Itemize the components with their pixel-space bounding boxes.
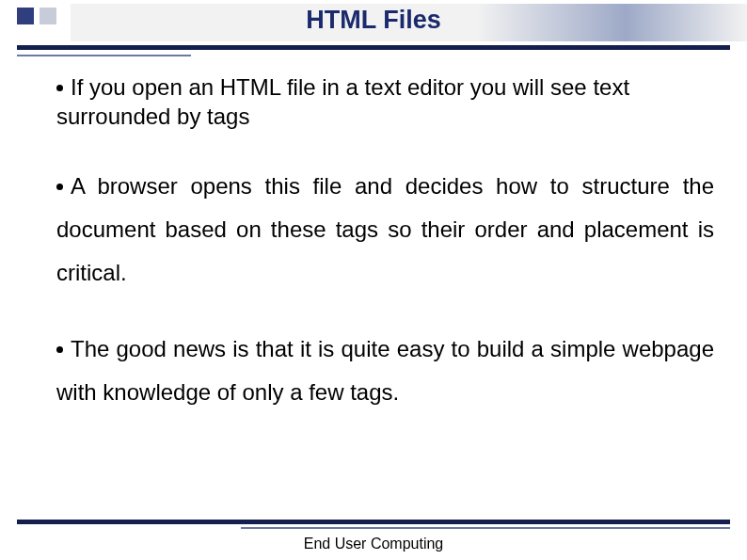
bullet-item-2: A browser opens this file and decides ho… [56, 165, 714, 294]
bullet-text: If you open an HTML file in a text edito… [56, 74, 629, 129]
content-area: If you open an HTML file in a text edito… [56, 73, 714, 447]
header-thin-divider [17, 55, 191, 56]
bullet-dot-icon [56, 85, 63, 91]
header-thick-divider [17, 45, 730, 50]
bullet-dot-icon [56, 346, 63, 353]
footer-thick-divider [17, 520, 730, 524]
footer-text: End User Computing [0, 536, 747, 552]
bullet-text: A browser opens this file and decides ho… [56, 173, 714, 284]
bullet-dot-icon [56, 184, 63, 190]
bullet-item-3: The good news is that it is quite easy t… [56, 328, 714, 413]
footer-thin-divider [241, 527, 730, 529]
slide-title: HTML Files [0, 6, 747, 35]
bullet-item-1: If you open an HTML file in a text edito… [56, 73, 714, 131]
bullet-text: The good news is that it is quite easy t… [56, 336, 714, 405]
